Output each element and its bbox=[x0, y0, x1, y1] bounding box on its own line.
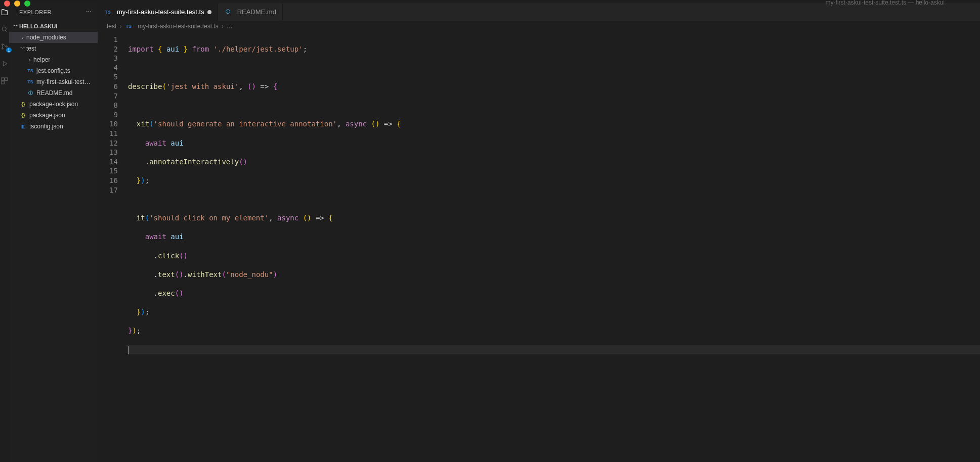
editor-area: TS my-first-askui-test-suite.test.ts ⓘ R… bbox=[98, 3, 980, 462]
zoom-window-icon[interactable] bbox=[24, 1, 30, 7]
breadcrumb-seg[interactable]: test bbox=[107, 23, 116, 30]
sidebar-more-icon[interactable]: ⋯ bbox=[86, 9, 92, 15]
minimize-window-icon[interactable] bbox=[14, 1, 20, 7]
line-number: 9 bbox=[98, 110, 118, 120]
file-label: package-lock.json bbox=[29, 101, 78, 108]
close-window-icon[interactable] bbox=[4, 1, 10, 7]
project-root[interactable]: ﹀ HELLO-ASKUI bbox=[9, 21, 98, 32]
dirty-indicator-icon bbox=[207, 10, 211, 14]
tab-label: my-first-askui-test-suite.test.ts bbox=[117, 8, 204, 16]
svg-point-1 bbox=[2, 44, 4, 45]
line-number: 10 bbox=[98, 119, 118, 129]
svg-rect-4 bbox=[2, 78, 4, 80]
chevron-right-icon: › bbox=[119, 23, 121, 30]
folder-helper[interactable]: › helper bbox=[9, 54, 98, 65]
text-cursor bbox=[128, 346, 129, 354]
svg-point-0 bbox=[2, 27, 6, 31]
file-jest-config[interactable]: TS jest.config.ts bbox=[9, 65, 98, 76]
editor[interactable]: 1234567891011121314151617 import { aui }… bbox=[98, 32, 980, 462]
folder-test[interactable]: ﹀ test bbox=[9, 43, 98, 54]
explorer-icon[interactable] bbox=[1, 8, 9, 16]
line-number: 6 bbox=[98, 82, 118, 91]
tab-label: README.md bbox=[237, 8, 276, 16]
activity-bar bbox=[0, 3, 9, 462]
line-number: 3 bbox=[98, 54, 118, 63]
file-label: package.json bbox=[29, 112, 65, 119]
line-number: 5 bbox=[98, 72, 118, 82]
chevron-right-icon: › bbox=[19, 35, 26, 40]
svg-point-3 bbox=[6, 46, 8, 48]
file-label: my-first-askui-test… bbox=[36, 78, 91, 85]
line-number: 14 bbox=[98, 157, 118, 167]
debug-icon[interactable] bbox=[1, 60, 9, 68]
sidebar: EXPLORER ⋯ ﹀ HELLO-ASKUI › node_modules … bbox=[9, 3, 98, 462]
line-gutter: 1234567891011121314151617 bbox=[98, 32, 127, 462]
svg-point-2 bbox=[2, 48, 4, 50]
scm-icon[interactable] bbox=[1, 42, 9, 51]
line-number: 4 bbox=[98, 63, 118, 73]
workbench: EXPLORER ⋯ ﹀ HELLO-ASKUI › node_modules … bbox=[0, 3, 980, 462]
line-number: 7 bbox=[98, 91, 118, 101]
file-label: tsconfig.json bbox=[29, 123, 63, 130]
folder-label: helper bbox=[33, 56, 50, 63]
line-number: 12 bbox=[98, 138, 118, 148]
line-number: 2 bbox=[98, 44, 118, 54]
window-controls bbox=[4, 0, 30, 7]
json-file-icon: {} bbox=[19, 100, 27, 108]
svg-rect-6 bbox=[2, 81, 4, 84]
folder-label: node_modules bbox=[26, 34, 66, 41]
window-title: my-first-askui-test-suite.test.ts — hell… bbox=[826, 0, 945, 6]
chevron-down-icon: ﹀ bbox=[19, 45, 26, 52]
code-content[interactable]: import { aui } from './helper/jest.setup… bbox=[127, 32, 980, 462]
info-file-icon: ⓘ bbox=[26, 89, 34, 97]
breadcrumb[interactable]: test › TS my-first-askui-test-suite.test… bbox=[98, 21, 980, 32]
line-number: 17 bbox=[98, 186, 118, 195]
sidebar-title: EXPLORER bbox=[19, 9, 52, 15]
tab-readme[interactable]: ⓘ README.md bbox=[218, 3, 283, 21]
project-name: HELLO-ASKUI bbox=[19, 23, 57, 29]
json-file-icon: {} bbox=[19, 111, 27, 119]
file-package[interactable]: {} package.json bbox=[9, 110, 98, 121]
line-number: 15 bbox=[98, 166, 118, 176]
file-label: README.md bbox=[36, 89, 72, 97]
chevron-right-icon: › bbox=[222, 23, 224, 30]
file-label: jest.config.ts bbox=[36, 67, 70, 74]
line-number: 1 bbox=[98, 35, 118, 44]
ts-file-icon: TS bbox=[26, 78, 34, 86]
file-readme[interactable]: ⓘ README.md bbox=[9, 87, 98, 99]
info-file-icon: ⓘ bbox=[224, 8, 232, 16]
line-number: 11 bbox=[98, 129, 118, 138]
file-test-suite[interactable]: TS my-first-askui-test… bbox=[9, 76, 98, 87]
line-number: 8 bbox=[98, 101, 118, 110]
folder-node-modules[interactable]: › node_modules bbox=[9, 32, 98, 43]
line-number: 16 bbox=[98, 176, 118, 186]
svg-rect-5 bbox=[5, 78, 8, 80]
breadcrumb-seg[interactable]: my-first-askui-test-suite.test.ts bbox=[138, 23, 218, 30]
file-package-lock[interactable]: {} package-lock.json bbox=[9, 99, 98, 110]
breadcrumb-seg[interactable]: … bbox=[227, 23, 233, 30]
line-number: 13 bbox=[98, 148, 118, 157]
folder-label: test bbox=[26, 45, 36, 52]
extensions-icon[interactable] bbox=[1, 77, 9, 85]
tab-test-suite[interactable]: TS my-first-askui-test-suite.test.ts bbox=[98, 3, 218, 21]
ts-file-icon: TS bbox=[26, 67, 34, 75]
ts-file-icon: TS bbox=[124, 22, 133, 30]
search-icon[interactable] bbox=[1, 25, 9, 33]
chevron-down-icon: ﹀ bbox=[12, 23, 19, 30]
tsconfig-file-icon: ◧ bbox=[19, 122, 27, 130]
file-tsconfig[interactable]: ◧ tsconfig.json bbox=[9, 121, 98, 132]
ts-file-icon: TS bbox=[104, 8, 112, 16]
chevron-right-icon: › bbox=[26, 57, 33, 63]
